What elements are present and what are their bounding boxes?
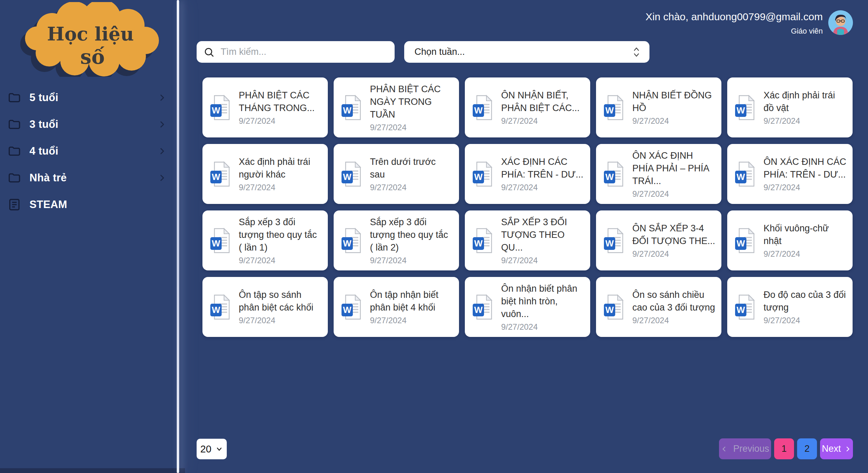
card-date: 9/27/2024 — [764, 316, 846, 325]
avatar[interactable] — [828, 10, 853, 35]
card-title: ÔN NHẬN BIẾT, PHÂN BIỆT CÁC... — [501, 89, 584, 114]
card-title: Trên dưới trước sau — [370, 156, 453, 181]
page-number-button[interactable]: 1 — [774, 438, 794, 459]
word-file-icon: W — [735, 294, 755, 320]
word-file-icon: W — [341, 294, 362, 320]
card-text: Ôn nhận biết phân biệt hình tròn, vuôn..… — [501, 282, 584, 332]
previous-button[interactable]: Previous — [719, 438, 771, 459]
previous-label: Previous — [733, 444, 769, 454]
chevron-right-icon — [158, 147, 166, 156]
card-date: 9/27/2024 — [764, 249, 846, 259]
card-date: 9/27/2024 — [370, 316, 453, 325]
folder-icon — [8, 118, 21, 131]
sidebar-menu: 5 tuổi 3 tuổi — [0, 84, 177, 218]
card-date: 9/27/2024 — [632, 116, 715, 126]
sidebar-item-nhà-trẻ[interactable]: Nhà trẻ — [0, 165, 177, 191]
svg-text:W: W — [474, 238, 483, 248]
avatar-image — [828, 10, 853, 35]
document-card[interactable]: W ÔN XÁC ĐỊNH PHÍA PHẢI – PHÍA TRÁI... 9… — [596, 144, 721, 204]
sidebar-item-3-tuổi[interactable]: 3 tuổi — [0, 111, 177, 138]
card-title: Đo độ cao của 3 đối tượng — [764, 289, 846, 314]
chevron-right-icon — [844, 446, 851, 452]
page-number-button[interactable]: 2 — [797, 438, 817, 459]
card-title: XÁC ĐỊNH CÁC PHÍA: TRÊN - DƯ... — [501, 156, 584, 181]
svg-text:W: W — [474, 172, 483, 182]
word-file-icon: W — [341, 228, 362, 254]
week-select[interactable]: Chọn tuần... — [404, 41, 649, 63]
card-text: Đo độ cao của 3 đối tượng 9/27/2024 — [764, 289, 846, 325]
sidebar: Học liệu số 5 tuổi — [0, 0, 178, 473]
card-text: ÔN NHẬN BIẾT, PHÂN BIỆT CÁC... 9/27/2024 — [501, 89, 584, 126]
card-text: Xác định phải trái đồ vật 9/27/2024 — [764, 89, 846, 126]
document-card[interactable]: W Đo độ cao của 3 đối tượng 9/27/2024 — [727, 277, 853, 337]
card-date: 9/27/2024 — [632, 189, 715, 199]
card-title: Sắp xếp 3 đối tượng theo quy tắc ( lần 1… — [239, 216, 322, 254]
document-card[interactable]: W Xác định phải trái người khác 9/27/202… — [202, 144, 328, 204]
sidebar-bottom-strip — [0, 468, 185, 473]
card-text: Khối vuông-chữ nhật 9/27/2024 — [764, 222, 846, 259]
svg-text:W: W — [212, 305, 220, 315]
document-card[interactable]: W Ôn so sánh chiều cao của 3 đối tượng 9… — [596, 277, 721, 337]
word-file-icon: W — [604, 294, 624, 320]
sidebar-item-5-tuổi[interactable]: 5 tuổi — [0, 84, 177, 111]
word-file-icon: W — [210, 294, 231, 320]
sidebar-item-steam[interactable]: STEAM — [0, 191, 177, 218]
document-card[interactable]: W Sắp xếp 3 đối tượng theo quy tắc ( lần… — [202, 210, 328, 270]
document-card[interactable]: W Xác định phải trái đồ vật 9/27/2024 — [727, 77, 853, 137]
document-card[interactable]: W ÔN NHẬN BIẾT, PHÂN BIỆT CÁC... 9/27/20… — [465, 77, 590, 137]
document-card[interactable]: W Sắp xếp 3 đối tượng theo quy tắc ( lần… — [334, 210, 459, 270]
card-text: PHÂN BIỆT CÁC NGÀY TRONG TUẦN 9/27/2024 — [370, 83, 453, 132]
search-icon — [203, 47, 214, 58]
folder-icon — [8, 91, 21, 105]
next-label: Next — [822, 444, 841, 454]
page-size-select[interactable]: 20 — [197, 439, 227, 459]
word-file-icon: W — [341, 95, 362, 121]
svg-text:W: W — [736, 305, 745, 315]
card-text: Ôn so sánh chiều cao của 3 đối tượng 9/2… — [632, 289, 715, 325]
document-card[interactable]: W Ôn nhận biết phân biệt hình tròn, vuôn… — [465, 277, 590, 337]
card-date: 9/27/2024 — [764, 183, 846, 192]
svg-text:W: W — [736, 105, 745, 116]
document-card[interactable]: W PHÂN BIỆT CÁC NGÀY TRONG TUẦN 9/27/202… — [334, 77, 459, 137]
page-number-label: 2 — [804, 444, 809, 454]
search-input[interactable] — [220, 46, 388, 58]
document-card[interactable]: W Khối vuông-chữ nhật 9/27/2024 — [727, 210, 853, 270]
word-file-icon: W — [210, 161, 231, 187]
sidebar-item-label: 5 tuổi — [29, 92, 158, 104]
word-file-icon: W — [604, 95, 624, 121]
word-file-icon: W — [472, 228, 493, 254]
document-card[interactable]: W ÔN XÁC ĐỊNH CÁC PHÍA: TRÊN - DƯ... 9/2… — [727, 144, 853, 204]
document-card[interactable]: W Ôn tập nhận biết phân biệt 4 khối 9/27… — [334, 277, 459, 337]
svg-text:W: W — [343, 238, 351, 248]
sidebar-item-4-tuổi[interactable]: 4 tuổi — [0, 138, 177, 165]
svg-text:W: W — [343, 172, 351, 182]
card-date: 9/27/2024 — [632, 249, 715, 259]
search-box — [197, 41, 395, 63]
document-card[interactable]: W SẮP XẾP 3 ĐỐI TƯỢNG THEO QU... 9/27/20… — [465, 210, 590, 270]
document-card[interactable]: W ÔN SẮP XẾP 3-4 ĐỐI TƯỢNG THE... 9/27/2… — [596, 210, 721, 270]
chevron-down-icon — [215, 445, 223, 453]
card-title: SẮP XẾP 3 ĐỐI TƯỢNG THEO QU... — [501, 216, 584, 254]
card-text: ÔN SẮP XẾP 3-4 ĐỐI TƯỢNG THE... 9/27/202… — [632, 222, 715, 259]
document-card[interactable]: W XÁC ĐỊNH CÁC PHÍA: TRÊN - DƯ... 9/27/2… — [465, 144, 590, 204]
document-card[interactable]: W Trên dưới trước sau 9/27/2024 — [334, 144, 459, 204]
card-date: 9/27/2024 — [239, 116, 322, 126]
svg-text:W: W — [605, 172, 614, 182]
word-file-icon: W — [210, 228, 231, 254]
folder-icon — [8, 144, 21, 158]
chevron-right-icon — [158, 120, 166, 129]
document-card[interactable]: W NHẬN BIẾT ĐỒNG HỒ 9/27/2024 — [596, 77, 721, 137]
card-title: Ôn nhận biết phân biệt hình tròn, vuôn..… — [501, 282, 584, 320]
logo-text-line2: số — [80, 45, 104, 69]
card-text: Ôn tập nhận biết phân biệt 4 khối 9/27/2… — [370, 289, 453, 325]
card-title: Ôn tập so sánh phân biệt các khối — [239, 289, 322, 314]
card-title: ÔN XÁC ĐỊNH CÁC PHÍA: TRÊN - DƯ... — [764, 156, 846, 181]
document-card[interactable]: W Ôn tập so sánh phân biệt các khối 9/27… — [202, 277, 328, 337]
document-card[interactable]: W PHÂN BIỆT CÁC THÁNG TRONG... 9/27/2024 — [202, 77, 328, 137]
svg-text:W: W — [736, 172, 745, 182]
svg-text:W: W — [212, 105, 220, 116]
card-date: 9/27/2024 — [370, 256, 453, 265]
card-title: Xác định phải trái đồ vật — [764, 89, 846, 114]
card-title: Ôn so sánh chiều cao của 3 đối tượng — [632, 289, 715, 314]
next-button[interactable]: Next — [820, 438, 853, 459]
